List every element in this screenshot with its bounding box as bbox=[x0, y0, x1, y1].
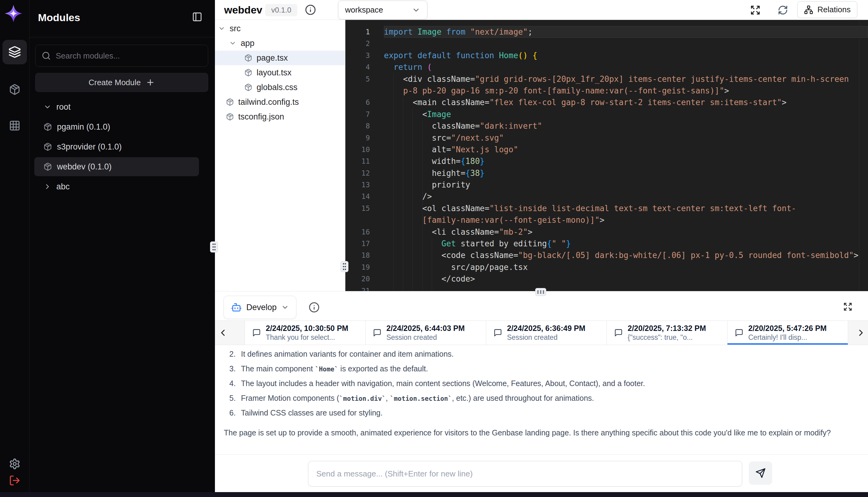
list-item-text: Framer Motion components (`motion.div`, … bbox=[241, 394, 594, 402]
grid-icon bbox=[9, 120, 20, 131]
send-message-button[interactable] bbox=[749, 462, 772, 485]
modules-panel-title: Modules bbox=[38, 12, 80, 24]
session-preview: Certainly! I'll disp... bbox=[748, 333, 827, 342]
expand-panel-button[interactable] bbox=[843, 302, 852, 311]
code-line-18: 18 <code className="bg-black/[.05] dark:… bbox=[345, 250, 868, 261]
code-line-14: 14 /> bbox=[345, 190, 868, 202]
message-square-icon bbox=[373, 328, 382, 337]
code-line-16: 16 <li className="mb-2"> bbox=[345, 226, 868, 238]
file-name: tailwind.config.ts bbox=[238, 97, 299, 107]
inline-code: `motion.div` bbox=[339, 395, 386, 402]
chat-list-item: 5.Framer Motion components (`motion.div`… bbox=[229, 393, 594, 403]
splitter-grip-vertical[interactable] bbox=[210, 241, 218, 253]
expand-icon bbox=[750, 5, 761, 15]
agent-panel: Develop 2/24/2025, 10:30:50 PMThank you … bbox=[215, 291, 868, 492]
line-number: 17 bbox=[345, 238, 384, 250]
code-line-3: 3export default function Home() { bbox=[345, 49, 868, 61]
file-tree-item-tailwind-config-ts[interactable]: tailwind.config.ts bbox=[215, 95, 345, 109]
logout-button[interactable] bbox=[2, 468, 27, 493]
file-tree-item-tsconfig-json[interactable]: tsconfig.json bbox=[215, 109, 345, 124]
module-item-s3provider-0-1-0[interactable]: s3provider (0.1.0) bbox=[34, 137, 199, 156]
file-tree-item-layout-tsx[interactable]: layout.tsx bbox=[215, 65, 345, 80]
org-chart-icon bbox=[804, 5, 813, 14]
line-number: 3 bbox=[345, 49, 384, 61]
line-number: 1 bbox=[345, 26, 384, 38]
file-tree-item-globals-css[interactable]: globals.css bbox=[215, 80, 345, 95]
workspace-select[interactable]: workspace bbox=[338, 1, 427, 19]
module-item-root[interactable]: root bbox=[34, 97, 199, 116]
editor-scrollbar[interactable] bbox=[859, 20, 859, 291]
footer-strip bbox=[0, 492, 868, 497]
file-cube-icon bbox=[244, 69, 252, 76]
module-item-webdev-0-1-0[interactable]: webdev (0.1.0) bbox=[34, 157, 199, 176]
refresh-button[interactable] bbox=[778, 5, 788, 15]
inline-code: `motion.section` bbox=[390, 395, 452, 402]
layers-icon bbox=[8, 46, 21, 58]
app-window: Modules Create Module rootpgamin (0.1.0)… bbox=[0, 0, 868, 497]
session-preview: Thank you for select... bbox=[266, 333, 349, 342]
splitter-grip-vertical[interactable] bbox=[340, 261, 349, 272]
file-name: src bbox=[230, 24, 241, 33]
code-editor[interactable]: 1import Image from "next/image";23export… bbox=[345, 20, 868, 291]
develop-agent-button[interactable]: Develop bbox=[223, 296, 296, 319]
line-number: 20 bbox=[345, 273, 384, 285]
list-number: 4. bbox=[229, 379, 238, 388]
timeline-card[interactable]: 2/20/2025, 5:47:26 PMCertainly! I'll dis… bbox=[727, 321, 848, 345]
timeline-card[interactable]: 2/24/2025, 6:44:03 PMSession created bbox=[365, 321, 486, 345]
session-timestamp: 2/24/2025, 6:44:03 PM bbox=[386, 324, 465, 333]
create-module-button[interactable]: Create Module bbox=[35, 73, 208, 92]
module-item-label: pgamin (0.1.0) bbox=[57, 122, 110, 132]
timeline-prev-button[interactable] bbox=[217, 328, 229, 339]
code-line-6: 6 <main className="flex flex-col gap-8 r… bbox=[345, 97, 868, 108]
message-input[interactable] bbox=[308, 461, 742, 486]
line-number: 4 bbox=[345, 61, 384, 73]
session-timestamp: 2/24/2025, 10:30:50 PM bbox=[266, 324, 349, 333]
info-icon[interactable] bbox=[309, 302, 320, 313]
nav-registry-button[interactable] bbox=[2, 113, 27, 138]
nav-modules-button[interactable] bbox=[2, 40, 27, 65]
indent-guide bbox=[422, 120, 423, 291]
chevron-down-icon bbox=[229, 40, 236, 47]
timeline-card[interactable]: 2/24/2025, 6:36:49 PMSession created bbox=[486, 321, 606, 345]
relations-button[interactable]: Relations bbox=[797, 1, 857, 18]
collapse-panel-button[interactable] bbox=[192, 12, 203, 23]
module-item-pgamin-0-1-0[interactable]: pgamin (0.1.0) bbox=[34, 117, 199, 136]
indent-guide bbox=[403, 97, 403, 291]
logout-icon bbox=[9, 474, 20, 486]
splitter-grip-horizontal[interactable] bbox=[535, 288, 546, 296]
line-number: 7 bbox=[345, 109, 384, 120]
timeline-cards: 2/24/2025, 10:30:50 PMThank you for sele… bbox=[245, 321, 848, 345]
file-name: layout.tsx bbox=[256, 68, 292, 77]
file-cube-icon bbox=[226, 113, 234, 121]
info-icon[interactable] bbox=[305, 4, 316, 15]
timeline-card[interactable]: 2/20/2025, 7:13:32 PM{"success": true, "… bbox=[606, 321, 727, 345]
list-number: 5. bbox=[229, 393, 238, 403]
code-line-9: 9 src="/next.svg" bbox=[345, 132, 868, 144]
file-name: tsconfig.json bbox=[238, 112, 284, 122]
expand-view-button[interactable] bbox=[750, 5, 761, 15]
panel-left-icon bbox=[192, 12, 202, 22]
create-module-label: Create Module bbox=[88, 78, 141, 87]
chevron-right-icon bbox=[43, 183, 52, 190]
nav-packages-button[interactable] bbox=[2, 77, 27, 102]
code-line-15: 15 <ol className="list-inside list-decim… bbox=[345, 202, 868, 214]
module-title: webdev bbox=[224, 4, 262, 16]
line-number: 10 bbox=[345, 144, 384, 155]
line-number: 8 bbox=[345, 120, 384, 132]
modules-panel-header: Modules bbox=[29, 0, 215, 38]
message-composer bbox=[215, 454, 868, 493]
timeline-next-button[interactable] bbox=[855, 328, 867, 339]
file-tree-item-page-tsx[interactable]: page.tsx bbox=[215, 51, 345, 65]
code-line-5: 5 <div className="grid grid-rows-[20px_1… bbox=[345, 73, 868, 85]
file-tree-item-src[interactable]: src bbox=[215, 21, 345, 36]
file-tree-item-app[interactable]: app bbox=[215, 36, 345, 51]
module-search-input[interactable] bbox=[56, 51, 202, 61]
chevron-down-icon bbox=[412, 6, 421, 14]
timeline-card[interactable]: 2/24/2025, 10:30:50 PMThank you for sele… bbox=[245, 321, 365, 345]
module-item-label: root bbox=[56, 102, 71, 112]
module-item-abc[interactable]: abc bbox=[34, 177, 199, 196]
indent-guide bbox=[432, 238, 432, 291]
code-line-10: 10 alt="Next.js logo" bbox=[345, 144, 868, 155]
line-number: 11 bbox=[345, 155, 384, 167]
line-number: 21 bbox=[345, 285, 384, 291]
